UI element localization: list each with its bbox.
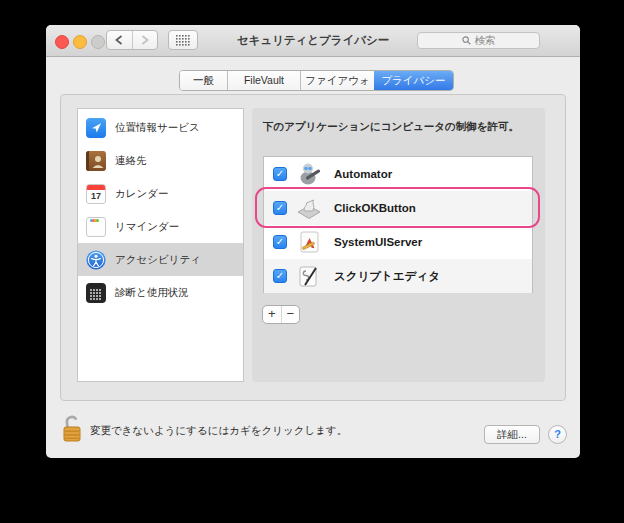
screen: セキュリティとプライバシー 検索 一般 FileVault ファイアウォール プ… <box>0 0 624 523</box>
app-name: ClickOKButton <box>334 202 416 214</box>
check-icon: ✓ <box>276 237 284 247</box>
lock-hint-text: 変更できないようにするにはカギをクリックします。 <box>90 424 347 438</box>
add-app-button[interactable]: + <box>263 306 281 323</box>
check-icon: ✓ <box>276 271 284 281</box>
sidebar-item-label: アクセシビリティ <box>115 253 201 267</box>
location-services-icon <box>86 118 106 138</box>
toolbar: セキュリティとプライバシー 検索 <box>46 25 580 57</box>
tab-bar: 一般 FileVault ファイアウォール プライバシー <box>179 70 454 91</box>
search-field[interactable]: 検索 <box>417 32 540 49</box>
privacy-pane: 位置情報サービス 連絡先 17 カレンダー <box>60 94 566 401</box>
accessibility-panel: 下のアプリケーションにコンピュータの制御を許可。 ✓ Auto <box>252 108 545 382</box>
app-name: Automator <box>334 168 392 180</box>
sidebar-item-calendar[interactable]: 17 カレンダー <box>78 177 243 210</box>
generic-app-icon <box>296 229 322 255</box>
tab-filevault[interactable]: FileVault <box>227 71 300 90</box>
tab-privacy[interactable]: プライバシー <box>374 71 453 90</box>
sidebar-item-diagnostics[interactable]: 診断と使用状況 <box>78 276 243 309</box>
checkbox-clickokbutton[interactable]: ✓ <box>273 201 287 215</box>
app-row-clickokbutton[interactable]: ✓ ClickOKButton <box>264 191 532 225</box>
reminders-icon <box>86 217 106 237</box>
add-remove-control: + − <box>262 305 300 324</box>
checkbox-script-editor[interactable]: ✓ <box>273 269 287 283</box>
sidebar-item-contacts[interactable]: 連絡先 <box>78 144 243 177</box>
app-row-script-editor[interactable]: ✓ スクリプトエディタ <box>264 259 532 293</box>
privacy-category-list: 位置情報サービス 連絡先 17 カレンダー <box>77 108 244 382</box>
help-button[interactable]: ? <box>548 425 567 444</box>
sidebar-item-accessibility[interactable]: アクセシビリティ <box>78 243 243 276</box>
script-editor-app-icon <box>296 263 322 289</box>
sidebar-item-label: 位置情報サービス <box>115 121 200 135</box>
panel-description: 下のアプリケーションにコンピュータの制御を許可。 <box>263 120 519 134</box>
check-icon: ✓ <box>276 169 284 179</box>
lock-icon[interactable] <box>61 413 83 445</box>
tab-firewall[interactable]: ファイアウォール <box>300 71 374 90</box>
security-privacy-window: セキュリティとプライバシー 検索 一般 FileVault ファイアウォール プ… <box>46 25 580 458</box>
search-placeholder: 検索 <box>475 34 496 48</box>
applet-app-icon <box>296 195 322 221</box>
allowed-apps-list: ✓ Automator ✓ <box>263 156 533 293</box>
app-row-automator[interactable]: ✓ Automator <box>264 157 532 191</box>
diagnostics-icon <box>86 283 106 303</box>
sidebar-item-label: カレンダー <box>115 187 168 201</box>
remove-app-button[interactable]: − <box>281 306 300 323</box>
app-name: SystemUIServer <box>334 236 422 248</box>
tab-general[interactable]: 一般 <box>180 71 227 90</box>
sidebar-item-location-services[interactable]: 位置情報サービス <box>78 111 243 144</box>
app-name: スクリプトエディタ <box>334 269 440 284</box>
calendar-icon: 17 <box>86 184 106 204</box>
checkbox-systemuiserver[interactable]: ✓ <box>273 235 287 249</box>
sidebar-item-label: 連絡先 <box>115 154 147 168</box>
automator-app-icon <box>296 161 322 187</box>
accessibility-icon <box>86 250 106 270</box>
checkbox-automator[interactable]: ✓ <box>273 167 287 181</box>
sidebar-item-reminders[interactable]: リマインダー <box>78 210 243 243</box>
check-icon: ✓ <box>276 203 284 213</box>
search-icon <box>462 36 471 45</box>
app-row-systemuiserver[interactable]: ✓ SystemUIServer <box>264 225 532 259</box>
contacts-icon <box>86 151 106 171</box>
sidebar-item-label: リマインダー <box>115 220 179 234</box>
advanced-button[interactable]: 詳細... <box>484 425 540 444</box>
sidebar-item-label: 診断と使用状況 <box>115 286 189 300</box>
